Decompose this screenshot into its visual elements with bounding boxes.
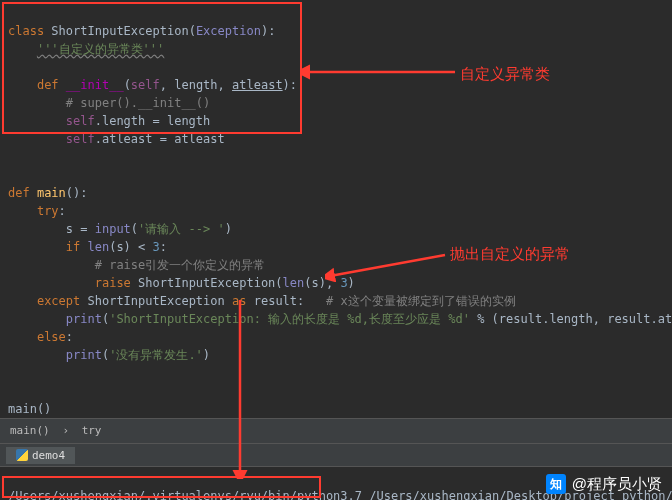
breadcrumb-main[interactable]: main() — [10, 424, 50, 437]
watermark: 知 @程序员小贤 — [546, 474, 662, 494]
run-tab-demo4[interactable]: demo4 — [6, 447, 75, 464]
python-icon — [16, 449, 28, 461]
code-editor[interactable]: class ShortInputException(Exception): ''… — [0, 0, 672, 418]
breadcrumb-sep: › — [62, 424, 69, 437]
breadcrumb-try[interactable]: try — [82, 424, 102, 437]
annotation-raise: 抛出自定义的异常 — [450, 245, 570, 264]
zhihu-icon: 知 — [546, 474, 566, 494]
breadcrumb[interactable]: main() › try — [0, 418, 672, 443]
annotation-custom-exc: 自定义异常类 — [460, 65, 550, 84]
run-tab-bar: demo4 — [0, 443, 672, 466]
